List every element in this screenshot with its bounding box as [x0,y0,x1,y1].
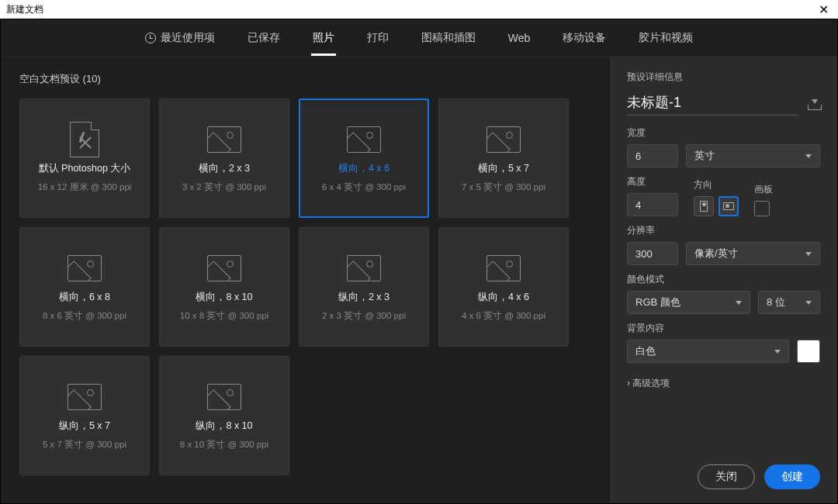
preset-card[interactable]: 横向，2 x 33 x 2 英寸 @ 300 ppi [159,98,289,218]
color-mode-label: 颜色模式 [627,273,820,286]
tab-film[interactable]: 胶片和视频 [637,20,694,56]
details-panel: 预设详细信息 未标题-1 宽度 英寸 高度 方向 [609,57,837,503]
preset-title: 横向，6 x 8 [59,291,110,304]
orientation-label: 方向 [694,178,739,192]
image-icon [64,381,105,413]
image-icon [204,252,244,285]
artboard-label: 画板 [754,183,773,196]
artboard-checkbox[interactable] [754,201,770,216]
close-icon[interactable]: ✕ [815,2,832,17]
resolution-unit-select[interactable]: 像素/英寸 [686,242,820,265]
window-title: 新建文档 [6,3,43,16]
preset-title: 默认 Photoshop 大小 [39,162,131,175]
image-icon [204,123,244,156]
tab-recent[interactable]: 最近使用项 [144,20,216,56]
background-swatch[interactable] [797,340,820,363]
image-icon [344,123,384,156]
close-button[interactable]: 关闭 [698,464,755,489]
preset-card[interactable]: 横向，6 x 88 x 6 英寸 @ 300 ppi [19,227,150,347]
tab-saved[interactable]: 已保存 [246,20,282,56]
preset-subtitle: 8 x 10 英寸 @ 300 ppi [180,439,268,450]
background-select[interactable]: 白色 [627,340,789,363]
preset-subtitle: 10 x 8 英寸 @ 300 ppi [180,310,268,322]
color-depth-select[interactable]: 8 位 [758,291,820,314]
preset-subtitle: 7 x 5 英寸 @ 300 ppi [462,181,545,193]
document-name-input[interactable]: 未标题-1 [627,93,798,116]
new-document-dialog: 最近使用项 已保存 照片 打印 图稿和插图 Web 移动设备 胶片和视频 空白文… [0,19,838,504]
resolution-input[interactable] [627,242,678,265]
advanced-options-toggle[interactable]: 高级选项 [627,377,820,390]
background-label: 背景内容 [627,322,820,335]
preset-title: 横向，8 x 10 [196,291,252,304]
save-preset-icon[interactable] [808,99,820,110]
portrait-icon [700,201,708,212]
preset-card[interactable]: 横向，5 x 77 x 5 英寸 @ 300 ppi [438,98,569,218]
preset-title: 纵向，2 x 3 [338,291,390,304]
tab-print[interactable]: 打印 [365,20,390,56]
tab-recent-label: 最近使用项 [161,31,215,45]
preset-subtitle: 8 x 6 英寸 @ 300 ppi [43,310,126,322]
image-icon [483,123,524,156]
preset-title: 纵向，8 x 10 [196,419,252,433]
width-unit-select[interactable]: 英寸 [686,144,820,167]
width-label: 宽度 [627,126,820,140]
image-icon [344,252,384,285]
preset-subtitle: 6 x 4 英寸 @ 300 ppi [322,181,406,193]
preset-panel: 空白文档预设 (10) 默认 Photoshop 大小16 x 12 厘米 @ … [1,57,609,503]
details-heading: 预设详细信息 [627,71,820,84]
orientation-portrait[interactable] [694,196,714,216]
preset-subtitle: 16 x 12 厘米 @ 300 ppi [38,181,132,193]
tab-web[interactable]: Web [507,21,532,55]
preset-card[interactable]: 默认 Photoshop 大小16 x 12 厘米 @ 300 ppi [19,98,150,218]
image-icon [204,381,244,413]
preset-subtitle: 2 x 3 英寸 @ 300 ppi [322,310,406,322]
photoshop-default-icon [64,123,105,156]
preset-card[interactable]: 横向，4 x 66 x 4 英寸 @ 300 ppi [299,98,429,218]
preset-subtitle: 3 x 2 英寸 @ 300 ppi [182,181,266,193]
titlebar: 新建文档 ✕ [0,0,838,19]
preset-subtitle: 5 x 7 英寸 @ 300 ppi [43,439,126,450]
color-mode-select[interactable]: RGB 颜色 [627,291,750,314]
category-tabs: 最近使用项 已保存 照片 打印 图稿和插图 Web 移动设备 胶片和视频 [1,19,837,57]
preset-card[interactable]: 横向，8 x 1010 x 8 英寸 @ 300 ppi [159,227,289,347]
image-icon [64,252,105,285]
preset-title: 横向，5 x 7 [478,162,529,175]
preset-card[interactable]: 纵向，4 x 64 x 6 英寸 @ 300 ppi [438,227,569,347]
section-title: 空白文档预设 (10) [19,72,590,86]
create-button[interactable]: 创建 [764,464,820,489]
preset-card[interactable]: 纵向，8 x 108 x 10 英寸 @ 300 ppi [159,356,289,475]
landscape-icon [723,202,734,210]
height-input[interactable] [627,193,678,216]
tab-mobile[interactable]: 移动设备 [561,20,608,56]
preset-title: 纵向，4 x 6 [478,291,529,304]
image-icon [483,252,524,285]
preset-card[interactable]: 纵向，2 x 32 x 3 英寸 @ 300 ppi [299,227,429,347]
preset-grid: 默认 Photoshop 大小16 x 12 厘米 @ 300 ppi横向，2 … [19,98,590,475]
preset-title: 纵向，5 x 7 [59,419,110,433]
height-label: 高度 [627,175,678,188]
preset-title: 横向，2 x 3 [199,162,250,175]
tab-art[interactable]: 图稿和插图 [420,20,477,56]
clock-icon [145,33,156,43]
tab-photo[interactable]: 照片 [311,20,336,56]
resolution-label: 分辨率 [627,224,820,237]
preset-card[interactable]: 纵向，5 x 75 x 7 英寸 @ 300 ppi [19,356,150,475]
orientation-landscape[interactable] [719,196,739,216]
preset-subtitle: 4 x 6 英寸 @ 300 ppi [462,310,545,322]
width-input[interactable] [627,144,678,167]
preset-title: 横向，4 x 6 [338,162,390,175]
